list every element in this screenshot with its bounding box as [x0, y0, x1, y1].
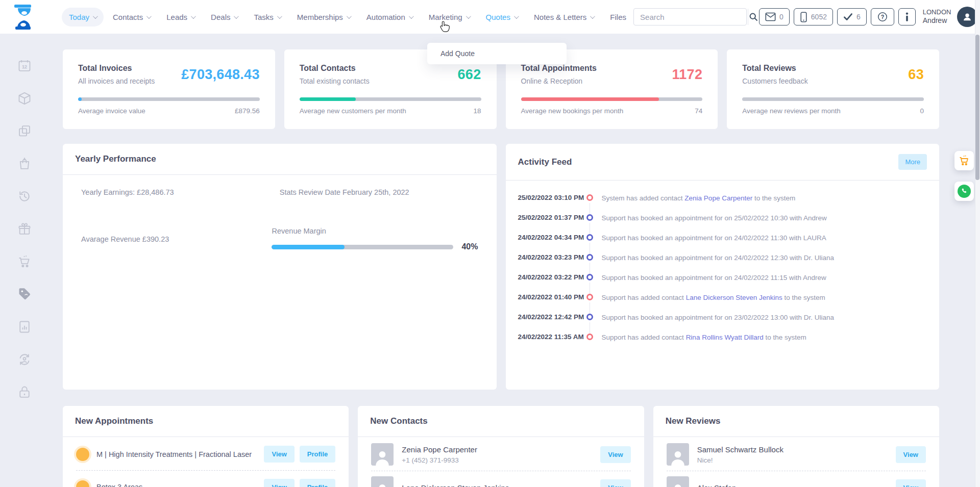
feed-text: Support has booked an appointment for on…	[602, 214, 827, 222]
stat-footer-label: Average new reviews per month	[742, 107, 841, 115]
app-logo-icon[interactable]	[13, 4, 35, 30]
view-button[interactable]: View	[264, 446, 294, 463]
view-button[interactable]: View	[896, 479, 926, 487]
floating-call-button[interactable]	[954, 182, 974, 201]
contact-name: Lane Dickerson Steven Jenkins	[402, 483, 509, 487]
feed-time: 24/02/2022 03:23 PM	[518, 253, 580, 261]
review-comment: Nice!	[697, 456, 783, 464]
stat-footer-label: Average new bookings per month	[521, 107, 624, 115]
nav-item-quotes[interactable]: Quotes	[479, 8, 525, 27]
menu-item-add-quote[interactable]: Add Quote	[427, 43, 567, 64]
review-list-item: Alex Stefan View	[667, 471, 926, 487]
mouse-cursor	[439, 20, 450, 34]
appointment-list-item: M | High Intensity Treatments | Fraction…	[76, 438, 335, 471]
view-button[interactable]: View	[264, 479, 294, 487]
progress-track	[300, 97, 481, 101]
contact-link[interactable]: Rina Rollins Wyatt Dillard	[686, 334, 764, 341]
feed-item: 25/02/2022 03:10 PM System has added con…	[518, 194, 927, 202]
nav-item-deals[interactable]: Deals	[204, 8, 244, 27]
contact-link[interactable]: Zenia Pope Carpenter	[684, 194, 752, 202]
sidebar-calendar-icon[interactable]: 12	[17, 58, 32, 73]
nav-item-contacts[interactable]: Contacts	[106, 8, 157, 27]
feed-text: Support has added contact	[602, 334, 686, 341]
new-appointments-panel: New Appointments M | High Intensity Trea…	[63, 406, 349, 487]
more-button[interactable]: More	[898, 154, 927, 170]
sidebar-shopping-bag-icon[interactable]	[17, 156, 32, 171]
feed-text: to the system	[752, 194, 795, 202]
new-contacts-panel: New Contacts Zenia Pope Carpenter +1 (45…	[358, 406, 644, 487]
floating-cart-button[interactable]	[954, 151, 974, 170]
nav-item-today[interactable]: Today	[62, 8, 104, 27]
stat-title: Total Contacts	[300, 64, 370, 73]
review-list-item: Samuel Schwartz Bullock Nice! View	[667, 438, 926, 471]
chevron-down-icon	[191, 14, 196, 19]
feed-item: 25/02/2022 01:37 PM Support has booked a…	[518, 214, 927, 222]
sidebar-gift-icon[interactable]	[17, 221, 32, 237]
chevron-down-icon	[277, 14, 282, 19]
stat-card-total-invoices: Total Invoices All invoices and receipts…	[63, 49, 275, 129]
stat-card-total-reviews: Total Reviews Customers feedback 63 Aver…	[727, 49, 939, 129]
contact-avatar	[371, 443, 394, 466]
sidebar-lock-icon[interactable]	[17, 385, 32, 400]
stat-title: Total Appointments	[521, 64, 597, 73]
view-button[interactable]: View	[896, 446, 926, 463]
progress-fill	[521, 97, 659, 101]
feed-item: 24/02/2022 04:34 PM Support has booked a…	[518, 234, 927, 242]
contact-link[interactable]: Lane Dickerson Steven Jenkins	[686, 294, 782, 301]
stat-footer-value: 74	[695, 107, 702, 115]
nav-item-label: Quotes	[486, 13, 510, 21]
task-count: 6	[856, 13, 861, 21]
topbar: Today Contacts Leads Deals Tasks Members…	[0, 0, 980, 34]
help-icon: ?	[877, 11, 888, 22]
sidebar-history-icon[interactable]	[17, 189, 32, 204]
main-nav: Today Contacts Leads Deals Tasks Members…	[62, 8, 633, 27]
sidebar-cart-icon[interactable]	[17, 254, 32, 269]
scrollbar-thumb[interactable]	[975, 35, 979, 180]
nav-item-tasks[interactable]: Tasks	[247, 8, 287, 27]
stat-title: Total Reviews	[742, 64, 807, 73]
sidebar-user-sync-icon[interactable]	[17, 352, 32, 367]
nav-item-notes-letters[interactable]: Notes & Letters	[527, 8, 601, 27]
nav-item-label: Notes & Letters	[534, 13, 586, 21]
appointment-dot-icon	[586, 254, 593, 261]
sidebar-tag-icon[interactable]	[17, 287, 32, 302]
phone-button[interactable]: 6052	[794, 8, 833, 25]
feed-item: 24/02/2022 12:42 PM Support has booked a…	[518, 313, 927, 321]
nav-item-leads[interactable]: Leads	[159, 8, 202, 27]
nav-item-label: Automation	[366, 13, 405, 21]
contact-added-dot-icon	[586, 294, 593, 300]
profile-button[interactable]: Profile	[300, 446, 335, 463]
phone-icon	[800, 12, 807, 22]
sidebar-package-icon[interactable]	[17, 91, 32, 106]
nav-item-label: Leads	[166, 13, 187, 21]
view-button[interactable]: View	[600, 479, 630, 487]
search-input[interactable]	[634, 9, 748, 25]
feed-text: Support has booked an appointment for on…	[602, 274, 826, 281]
search-button[interactable]	[748, 9, 758, 25]
help-button[interactable]: ?	[871, 8, 894, 25]
stat-footer-value: 0	[920, 107, 924, 115]
nav-item-files[interactable]: Files	[603, 8, 633, 27]
nav-item-automation[interactable]: Automation	[359, 8, 420, 27]
chevron-down-icon	[514, 14, 519, 19]
main-content: Total Invoices All invoices and receipts…	[49, 34, 960, 487]
feed-item: 24/02/2022 11:35 AM Support has added co…	[518, 333, 927, 341]
stat-footer-label: Average new customers per month	[300, 107, 406, 115]
nav-item-memberships[interactable]: Memberships	[290, 8, 357, 27]
tasks-button[interactable]: 6	[837, 8, 867, 25]
panel-title: New Contacts	[370, 416, 427, 426]
contact-phone: +1 (452) 371-9933	[402, 456, 477, 464]
profile-button[interactable]: Profile	[300, 479, 335, 487]
mail-button[interactable]: 0	[759, 8, 790, 25]
appointment-dot-icon	[586, 234, 593, 241]
stat-value: 662	[458, 67, 481, 83]
sidebar-report-icon[interactable]	[17, 319, 32, 335]
yearly-earnings: Yearly Earnings: £28,486.73	[81, 188, 280, 196]
contact-name: Zenia Pope Carpenter	[402, 445, 477, 454]
search-icon	[748, 12, 758, 22]
sidebar-copy-icon[interactable]	[17, 123, 32, 139]
info-button[interactable]	[898, 8, 916, 25]
appointment-name: Botox 3 Areas	[96, 483, 142, 487]
revenue-margin-fill	[272, 245, 344, 249]
view-button[interactable]: View	[600, 446, 630, 463]
